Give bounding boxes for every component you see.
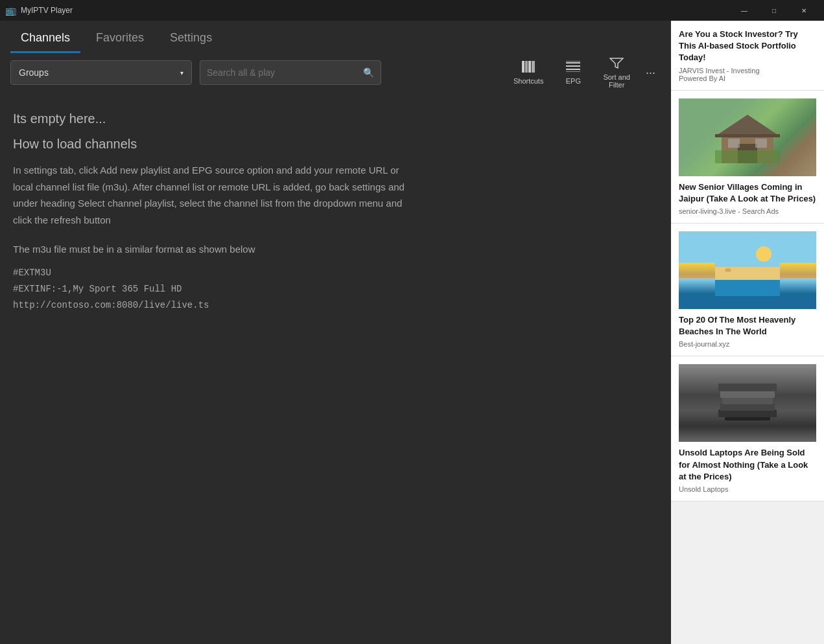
ad-source-4: Unsold Laptops — [679, 485, 816, 493]
ad-source-1: JARVIS Invest - Investing — [679, 67, 816, 75]
ad-title-4: Unsold Laptops Are Being Sold for Almost… — [679, 447, 816, 483]
tab-channels[interactable]: Channels — [10, 26, 80, 53]
title-bar-controls: — □ ✕ — [729, 0, 819, 21]
svg-rect-8 — [566, 71, 580, 72]
left-panel: Channels Favorites Settings Groups ▾ 🔍 — [0, 21, 671, 644]
svg-rect-4 — [566, 62, 580, 63]
search-box: 🔍 — [200, 60, 381, 85]
toolbar: Groups ▾ 🔍 — [0, 53, 671, 92]
groups-label: Groups — [19, 67, 49, 78]
ad-card-4[interactable]: Unsold Laptops Are Being Sold for Almost… — [671, 356, 824, 501]
sort-filter-label: Sort and Filter — [603, 73, 630, 89]
svg-rect-7 — [566, 61, 580, 62]
epg-button[interactable]: EPG — [554, 57, 593, 89]
svg-rect-2 — [528, 61, 531, 73]
ad-title-1: Are You a Stock Investor? Try This AI-ba… — [679, 29, 816, 64]
svg-rect-18 — [715, 267, 780, 280]
app-title: MyIPTV Player — [21, 6, 73, 15]
app-icon: 📺 — [5, 5, 16, 16]
nav-tabs: Channels Favorites Settings — [0, 21, 671, 53]
svg-point-17 — [756, 246, 771, 262]
ad-card-1[interactable]: Are You a Stock Investor? Try This AI-ba… — [671, 21, 824, 91]
epg-label: EPG — [566, 77, 581, 85]
tab-favorites[interactable]: Favorites — [86, 26, 154, 53]
svg-rect-13 — [755, 139, 767, 148]
format-note: The m3u file must be in a similar format… — [13, 244, 658, 255]
svg-rect-25 — [718, 384, 777, 391]
ad-source-3: Best-journal.xyz — [679, 340, 816, 348]
more-icon: ··· — [646, 66, 655, 79]
svg-rect-26 — [725, 417, 770, 420]
ad-image-laptops — [679, 364, 816, 442]
svg-rect-19 — [715, 280, 780, 296]
svg-rect-12 — [728, 139, 740, 148]
ad-card-2[interactable]: New Senior Villages Coming in Jaipur (Ta… — [671, 91, 824, 224]
code-line-1: #EXTM3U — [13, 265, 658, 281]
how-to-heading: How to load channels — [13, 137, 658, 152]
app-container: Channels Favorites Settings Groups ▾ 🔍 — [0, 21, 824, 644]
ad-source-1b: Powered By AI — [679, 75, 816, 82]
content-area: Its empty here... How to load channels I… — [0, 92, 671, 644]
close-button[interactable]: ✕ — [789, 0, 819, 21]
epg-icon — [566, 61, 580, 76]
svg-rect-15 — [715, 150, 780, 163]
title-bar-left: 📺 MyIPTV Player — [5, 5, 73, 16]
groups-dropdown[interactable]: Groups ▾ — [10, 60, 192, 85]
shortcuts-button[interactable]: Shortcuts — [506, 57, 551, 89]
shortcuts-label: Shortcuts — [513, 77, 543, 85]
ad-title-3: Top 20 Of The Most Heavenly Beaches In T… — [679, 314, 816, 338]
code-line-3: http://contoso.com:8080/live/live.ts — [13, 297, 658, 314]
instructions-text: In settings tab, click Add new playlist … — [13, 162, 415, 228]
tab-settings[interactable]: Settings — [159, 26, 222, 53]
sort-filter-button[interactable]: Sort and Filter — [595, 53, 638, 93]
more-button[interactable]: ··· — [641, 62, 661, 84]
svg-rect-0 — [522, 61, 524, 73]
ad-image-beach — [679, 231, 816, 309]
svg-point-20 — [725, 268, 731, 272]
ad-card-3[interactable]: Top 20 Of The Most Heavenly Beaches In T… — [671, 224, 824, 356]
svg-rect-5 — [566, 65, 580, 67]
toolbar-actions: Shortcuts EPG — [506, 53, 661, 93]
ad-source-2: senior-living-3.live - Search Ads — [679, 207, 816, 215]
code-line-2: #EXTINF:-1,My Sport 365 Full HD — [13, 281, 658, 297]
svg-marker-10 — [718, 115, 777, 134]
ad-title-2: New Senior Villages Coming in Jaipur (Ta… — [679, 181, 816, 205]
ad-image-house — [679, 98, 816, 176]
svg-rect-14 — [715, 134, 780, 137]
shortcuts-icon — [521, 61, 536, 76]
search-input[interactable] — [207, 67, 358, 78]
chevron-down-icon: ▾ — [180, 69, 183, 76]
svg-rect-1 — [525, 61, 528, 73]
minimize-button[interactable]: — — [729, 0, 759, 21]
empty-text: Its empty here... — [13, 111, 658, 126]
code-block: #EXTM3U #EXTINF:-1,My Sport 365 Full HD … — [13, 265, 658, 314]
right-panel: Are You a Stock Investor? Try This AI-ba… — [671, 21, 824, 644]
svg-rect-3 — [532, 61, 535, 73]
maximize-button[interactable]: □ — [759, 0, 789, 21]
title-bar: 📺 MyIPTV Player — □ ✕ — [0, 0, 824, 21]
search-icon: 🔍 — [363, 67, 374, 78]
svg-rect-6 — [566, 69, 580, 70]
filter-icon — [609, 57, 624, 72]
